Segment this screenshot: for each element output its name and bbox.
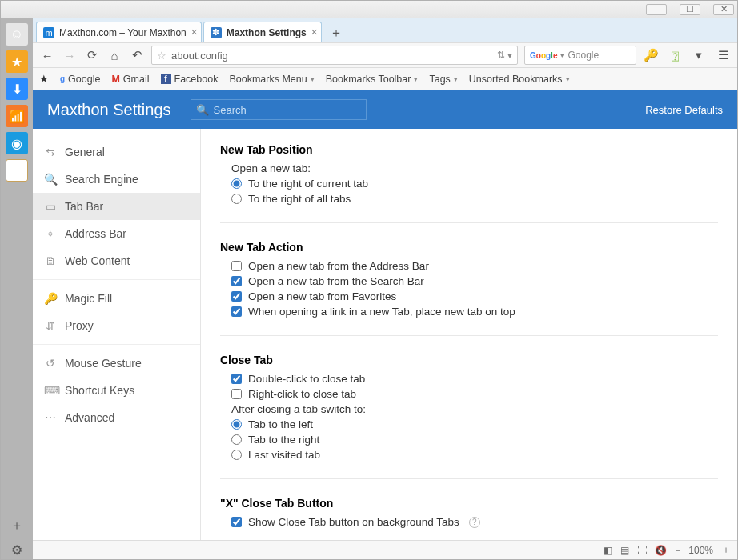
extension-strip: ☺ ★ ⬇ 📶 ◉ ✎ ＋ ⚙: [1, 18, 33, 559]
sidebar-item-label: Tab Bar: [65, 200, 103, 213]
status-fullscreen-icon[interactable]: ⛶: [637, 545, 647, 556]
sync-user-icon[interactable]: ⍰: [667, 47, 683, 63]
sidebar-item-address-bar[interactable]: ⌖Address Bar: [33, 220, 200, 247]
radio-right-of-all[interactable]: To the right of all tabs: [231, 193, 718, 205]
sidebar-item-icon: ⇆: [44, 146, 57, 158]
bookmark-unsorted-folder[interactable]: Unsorted Bookmarks ▾: [469, 74, 570, 85]
notes-strip-icon[interactable]: ✎: [6, 159, 28, 182]
search-placeholder: Google: [568, 50, 599, 61]
cloud-strip-icon[interactable]: ◉: [6, 132, 28, 154]
sub-label: Open a new tab:: [231, 162, 718, 174]
bookmark-tags-folder[interactable]: Tags ▾: [429, 74, 457, 85]
check-from-search-bar[interactable]: Open a new tab from the Search Bar: [231, 275, 718, 287]
settings-title: Maxthon Settings: [47, 101, 171, 119]
close-tab-icon[interactable]: ✕: [191, 27, 198, 38]
sidebar-item-shortcut-keys[interactable]: ⌨Shortcut Keys: [33, 377, 200, 404]
settings-gear-strip-icon[interactable]: ⚙: [6, 540, 28, 559]
address-input[interactable]: [171, 50, 492, 62]
sidebar-item-proxy[interactable]: ⇵Proxy: [33, 312, 200, 339]
browser-tab-maxthon-site[interactable]: m Maxthon.com – Your Maxthon ✕: [36, 22, 202, 42]
site-identity-icon[interactable]: ☆: [157, 50, 166, 62]
sidebar-item-general[interactable]: ⇆General: [33, 138, 200, 166]
rss-strip-icon[interactable]: 📶: [6, 105, 28, 127]
forward-button[interactable]: →: [62, 47, 78, 63]
downloads-strip-icon[interactable]: ⬇: [6, 78, 28, 100]
restore-defaults-link[interactable]: Restore Defaults: [645, 104, 723, 116]
help-icon[interactable]: ?: [469, 517, 480, 528]
google-logo-icon: Google: [530, 51, 557, 60]
zoom-in-button[interactable]: ＋: [721, 543, 731, 557]
sidebar-item-label: Mouse Gesture: [65, 357, 142, 370]
section-new-tab-action: New Tab Action Open a new tab from the A…: [220, 241, 718, 336]
undo-close-button[interactable]: ↶: [129, 47, 145, 63]
settings-favicon-icon: ✽: [211, 27, 222, 38]
settings-search-input[interactable]: [214, 104, 361, 116]
add-extension-button[interactable]: ＋: [6, 516, 28, 535]
reload-button[interactable]: ⟳: [84, 47, 100, 63]
check-show-close-on-bg-tabs[interactable]: Show Close Tab button on background Tabs…: [231, 516, 718, 528]
sidebar-item-advanced[interactable]: ⋯Advanced: [33, 404, 200, 431]
sidebar-item-search-engine[interactable]: 🔍Search Engine: [33, 166, 200, 193]
search-bar[interactable]: Google ▾ Google: [524, 46, 636, 65]
sidebar-item-label: Shortcut Keys: [65, 384, 134, 397]
navigation-bar: ← → ⟳ ⌂ ↶ ☆ ⇅ ▾ Google ▾ Google 🔑 ⍰: [33, 42, 737, 68]
sidebar-item-icon: 🔍: [44, 173, 57, 186]
sidebar-item-tab-bar[interactable]: ▭Tab Bar: [33, 193, 200, 220]
zoom-out-button[interactable]: −: [675, 545, 680, 556]
sidebar-item-label: Web Content: [65, 254, 130, 267]
sidebar-item-web-content[interactable]: 🗎Web Content: [33, 247, 200, 274]
check-from-address-bar[interactable]: Open a new tab from the Address Bar: [231, 260, 718, 272]
address-toggles[interactable]: ⇅ ▾: [497, 50, 512, 61]
check-rightclick-close[interactable]: Right-click to close tab: [231, 388, 718, 400]
search-icon: 🔍: [196, 104, 209, 116]
bookmark-gmail[interactable]: MGmail: [111, 74, 149, 85]
back-button[interactable]: ←: [39, 47, 55, 63]
section-title: New Tab Action: [220, 241, 718, 254]
sidebar-item-icon: ⌖: [44, 227, 57, 241]
radio-right-of-current[interactable]: To the right of current tab: [231, 178, 718, 190]
sidebar-item-mouse-gesture[interactable]: ↺Mouse Gesture: [33, 350, 200, 377]
home-button[interactable]: ⌂: [106, 47, 122, 63]
bookmark-google[interactable]: gGoogle: [60, 74, 100, 85]
radio-last-visited[interactable]: Last visited tab: [231, 449, 718, 461]
settings-search[interactable]: 🔍: [191, 99, 367, 120]
window-maximize-button[interactable]: ☐: [680, 4, 700, 15]
section-title: Close Tab: [220, 354, 718, 366]
zoom-level: 100%: [688, 545, 713, 556]
sidebar-item-label: Search Engine: [65, 173, 138, 186]
check-new-tab-on-top[interactable]: When opening a link in a new Tab, place …: [231, 306, 718, 318]
hamburger-menu-icon[interactable]: ☰: [715, 47, 731, 63]
sidebar-item-label: Proxy: [65, 319, 94, 332]
favorites-strip-icon[interactable]: ★: [6, 50, 28, 73]
section-title: "X" Close Tab Button: [220, 497, 718, 510]
sidebar-item-magic-fill[interactable]: 🔑Magic Fill: [33, 285, 200, 312]
profile-icon[interactable]: ☺: [6, 23, 28, 46]
status-mute-icon[interactable]: 🔇: [655, 545, 667, 556]
address-bar[interactable]: ☆ ⇅ ▾: [151, 46, 518, 65]
bookmarks-toolbar: ★ gGoogle MGmail fFacebook Bookmarks Men…: [33, 68, 737, 90]
sidebar-item-icon: ⋯: [44, 411, 57, 424]
bookmark-star-icon[interactable]: ★: [39, 73, 49, 85]
sidebar-item-icon: ↺: [44, 357, 57, 370]
sidebar-item-icon: ⌨: [44, 384, 57, 397]
section-x-close-button: "X" Close Tab Button Show Close Tab butt…: [220, 497, 718, 540]
status-page-icon[interactable]: ▤: [620, 545, 629, 556]
window-close-button[interactable]: ✕: [713, 4, 734, 15]
menu-dropdown-icon[interactable]: ▾: [691, 47, 707, 63]
bookmark-toolbar-folder[interactable]: Bookmarks Toolbar ▾: [326, 74, 419, 85]
check-doubleclick-close[interactable]: Double-click to close tab: [231, 373, 718, 385]
sidebar-item-label: Magic Fill: [65, 292, 112, 305]
radio-tab-right[interactable]: Tab to the right: [231, 434, 718, 446]
close-tab-icon[interactable]: ✕: [311, 27, 318, 38]
bookmark-menu-folder[interactable]: Bookmarks Menu ▾: [229, 74, 314, 85]
status-split-icon[interactable]: ◧: [604, 545, 612, 556]
key-icon[interactable]: 🔑: [643, 47, 659, 63]
check-from-favorites[interactable]: Open a new tab from Favorites: [231, 290, 718, 302]
bookmark-facebook[interactable]: fFacebook: [161, 74, 219, 85]
sidebar-item-label: Address Bar: [65, 227, 126, 240]
window-minimize-button[interactable]: ─: [646, 4, 667, 15]
new-tab-button[interactable]: ＋: [327, 23, 346, 42]
browser-tab-settings[interactable]: ✽ Maxthon Settings ✕: [203, 22, 322, 42]
sidebar-item-icon: ⇵: [44, 319, 57, 332]
radio-tab-left[interactable]: Tab to the left: [231, 418, 718, 430]
